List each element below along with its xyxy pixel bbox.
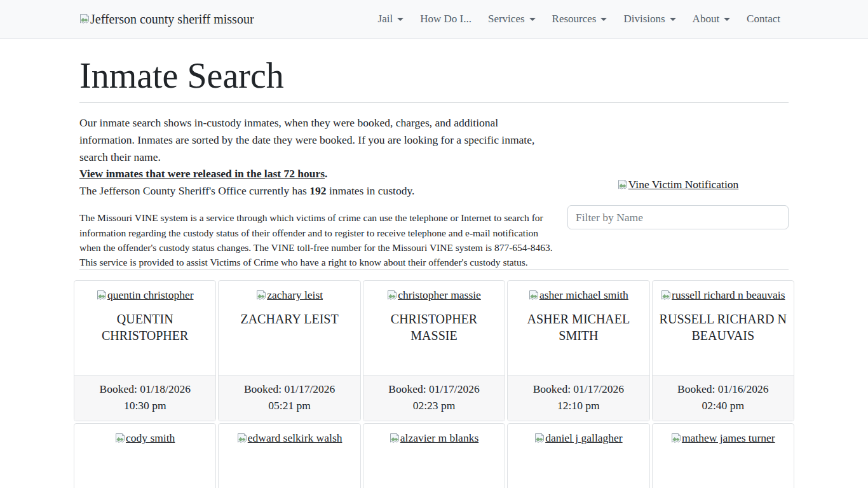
released-period: . xyxy=(325,167,327,180)
inmate-card-body: zachary leist ZACHARY LEIST xyxy=(219,281,360,375)
inmate-photo-link[interactable]: quentin christopher xyxy=(97,288,194,302)
inmate-photo-link[interactable]: christopher massie xyxy=(387,288,481,302)
inmate-photo-link[interactable]: cody smith xyxy=(115,431,175,445)
inmate-card-footer: Booked: 01/18/2026 10:30 pm xyxy=(74,375,215,421)
nav-item-about[interactable]: About xyxy=(684,8,739,30)
booked-time: 10:30 pm xyxy=(77,397,213,414)
broken-image-icon xyxy=(97,290,107,300)
booked-date: Booked: 01/18/2026 xyxy=(77,381,213,397)
inmate-card-footer: Booked: 01/17/2026 12:10 pm xyxy=(508,375,649,421)
inmate-photo-alt-text: cody smith xyxy=(126,431,175,445)
broken-image-icon xyxy=(237,433,247,443)
inmate-card: cody smith xyxy=(74,423,216,488)
inmate-name: RUSSELL RICHARD N BEAUVAIS xyxy=(658,311,789,344)
inmate-card: russell richard n beauvais RUSSELL RICHA… xyxy=(652,280,794,421)
inmate-card-footer: Booked: 01/16/2026 02:40 pm xyxy=(653,375,794,421)
broken-image-icon xyxy=(387,290,397,300)
custody-prefix: The Jefferson County Sheriff's Office cu… xyxy=(79,184,309,197)
divider xyxy=(79,269,789,270)
main-content: Inmate Search Our inmate search shows in… xyxy=(72,55,796,488)
inmate-card-body: russell richard n beauvais RUSSELL RICHA… xyxy=(653,281,794,375)
broken-image-icon xyxy=(529,290,539,300)
broken-image-icon xyxy=(671,433,681,443)
booked-date: Booked: 01/17/2026 xyxy=(510,381,646,397)
inmate-card-body: mathew james turner xyxy=(653,424,794,488)
inmate-name: ZACHARY LEIST xyxy=(224,311,355,327)
nav-item-resources[interactable]: Resources xyxy=(544,8,616,30)
booked-date: Booked: 01/17/2026 xyxy=(366,381,502,397)
custody-suffix: inmates in custody. xyxy=(327,184,415,197)
inmate-photo-link[interactable]: daniel j gallagher xyxy=(534,431,622,445)
nav-item-label: Resources xyxy=(552,13,597,25)
broken-image-icon xyxy=(115,433,125,443)
nav-item-label: How Do I... xyxy=(420,13,471,25)
nav-item-contact[interactable]: Contact xyxy=(738,8,789,30)
inmate-card-body: edward selkirk walsh xyxy=(219,424,360,488)
inmate-card: christopher massie CHRISTOPHER MASSIE Bo… xyxy=(363,280,505,421)
nav-item-label: About xyxy=(693,13,720,25)
intro-column: Our inmate search shows in-custody inmat… xyxy=(79,114,555,269)
inmate-name: ASHER MICHAEL SMITH xyxy=(513,311,644,344)
filter-by-name-input[interactable] xyxy=(567,205,789,229)
booked-time: 02:40 pm xyxy=(655,397,791,414)
nav-item-label: Jail xyxy=(378,13,393,25)
divider xyxy=(79,102,789,103)
intro-paragraph: Our inmate search shows in-custody inmat… xyxy=(79,114,555,165)
inmate-photo-link[interactable]: asher michael smith xyxy=(529,288,628,302)
chevron-down-icon xyxy=(529,18,536,21)
broken-image-icon xyxy=(390,433,400,443)
booked-time: 05:21 pm xyxy=(221,397,357,414)
inmate-card: zachary leist ZACHARY LEIST Booked: 01/1… xyxy=(218,280,360,421)
inmate-card-body: asher michael smith ASHER MICHAEL SMITH xyxy=(508,281,649,375)
brand-logo-link[interactable]: Jefferson county sheriff missour xyxy=(79,12,254,27)
inmate-photo-alt-text: mathew james turner xyxy=(682,431,775,445)
nav-item-divisions[interactable]: Divisions xyxy=(615,8,684,30)
broken-image-icon xyxy=(534,433,545,443)
inmate-photo-alt-text: christopher massie xyxy=(398,288,481,302)
inmate-name: CHRISTOPHER MASSIE xyxy=(369,311,499,344)
brand-logo-alt-text: Jefferson county sheriff missour xyxy=(90,12,254,27)
inmate-photo-link[interactable]: russell richard n beauvais xyxy=(661,288,785,302)
chevron-down-icon xyxy=(724,18,730,21)
inmate-photo-link[interactable]: alzavier m blanks xyxy=(390,431,478,445)
inmate-card: asher michael smith ASHER MICHAEL SMITH … xyxy=(507,280,649,421)
broken-image-icon xyxy=(661,290,671,300)
inmate-card: alzavier m blanks xyxy=(363,423,505,488)
chevron-down-icon xyxy=(600,18,607,21)
nav-menu: Jail How Do I... Services Resources Divi… xyxy=(370,8,789,30)
inmate-photo-alt-text: daniel j gallagher xyxy=(545,431,622,445)
page-title: Inmate Search xyxy=(79,55,789,96)
broken-image-icon xyxy=(79,13,90,24)
nav-item-label: Services xyxy=(488,13,525,25)
inmate-name: QUENTIN CHRISTOPHER xyxy=(79,311,210,344)
top-navbar: Jefferson county sheriff missour Jail Ho… xyxy=(0,0,868,39)
chevron-down-icon xyxy=(397,18,403,21)
inmate-photo-alt-text: russell richard n beauvais xyxy=(672,288,785,302)
broken-image-icon xyxy=(256,290,266,300)
inmate-card-body: cody smith xyxy=(74,424,215,488)
released-inmates-link[interactable]: View inmates that were released in the l… xyxy=(79,167,325,180)
sidebar-column: Vine Victim Notification xyxy=(567,114,789,269)
broken-image-icon xyxy=(618,179,628,189)
released-line: View inmates that were released in the l… xyxy=(79,165,555,182)
chevron-down-icon xyxy=(670,18,676,21)
vine-victim-notification-link[interactable]: Vine Victim Notification xyxy=(618,178,739,191)
inmate-card-footer: Booked: 01/17/2026 05:21 pm xyxy=(219,375,360,421)
inmate-photo-link[interactable]: edward selkirk walsh xyxy=(237,431,342,445)
nav-item-label: Divisions xyxy=(623,13,665,25)
inmate-card-body: quentin christopher QUENTIN CHRISTOPHER xyxy=(74,281,215,375)
nav-item-how-do-i[interactable]: How Do I... xyxy=(412,8,480,30)
inmate-photo-alt-text: edward selkirk walsh xyxy=(248,431,342,445)
inmate-card-body: christopher massie CHRISTOPHER MASSIE xyxy=(363,281,505,375)
nav-item-services[interactable]: Services xyxy=(480,8,544,30)
inmate-photo-link[interactable]: zachary leist xyxy=(256,288,323,302)
nav-item-jail[interactable]: Jail xyxy=(370,8,412,30)
inmate-card: edward selkirk walsh xyxy=(218,423,360,488)
inmate-cards-grid: quentin christopher QUENTIN CHRISTOPHER … xyxy=(74,280,794,488)
inmate-photo-alt-text: quentin christopher xyxy=(107,288,194,302)
inmate-card: mathew james turner xyxy=(652,423,794,488)
inmate-card: daniel j gallagher xyxy=(507,423,649,488)
inmate-photo-link[interactable]: mathew james turner xyxy=(671,431,775,445)
booked-time: 02:23 pm xyxy=(366,397,502,414)
vine-link-alt-text: Vine Victim Notification xyxy=(628,178,739,191)
